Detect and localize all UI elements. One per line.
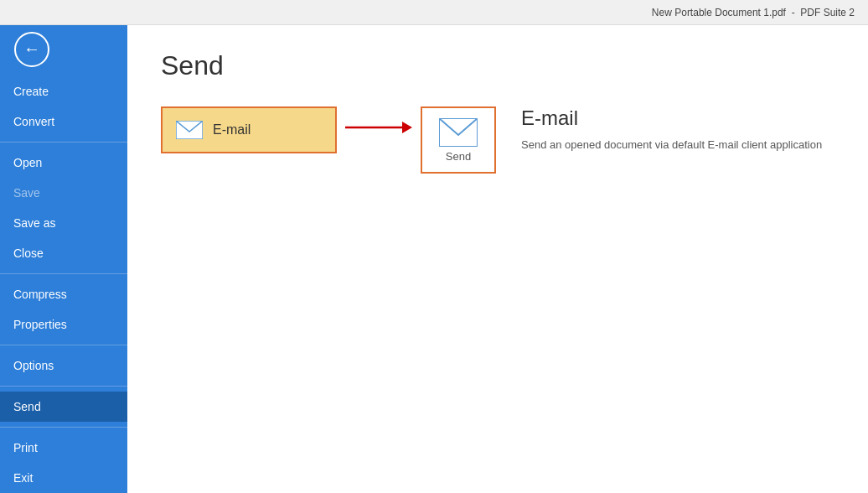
sidebar-nav: Create Convert Open Save Save as Close C… [0, 76, 127, 493]
divider-4 [0, 386, 127, 387]
divider-2 [0, 273, 127, 274]
title-bar-text: New Portable Document 1.pdf - PDF Suite … [652, 7, 855, 18]
description-panel: E-mail Send an opened document via defau… [521, 106, 822, 153]
email-small-icon [176, 121, 203, 139]
sidebar-item-save: Save [0, 178, 127, 208]
back-icon: ← [14, 32, 49, 67]
email-option-button[interactable]: E-mail [161, 106, 337, 153]
divider-3 [0, 345, 127, 345]
separator: - [792, 7, 795, 18]
content-area: Send E-mail [127, 25, 868, 493]
desc-text: Send an opened document via default E-ma… [521, 137, 822, 153]
sidebar-item-close[interactable]: Close [0, 238, 127, 268]
sidebar: ← Create Convert Open Save Save as Close… [0, 25, 127, 493]
send-envelope-icon [439, 118, 478, 147]
send-icon-box[interactable]: Send [421, 106, 496, 174]
send-options: E-mail Send [161, 106, 834, 174]
app-name-text: PDF Suite 2 [800, 7, 855, 18]
svg-marker-2 [402, 122, 412, 133]
main-layout: ← Create Convert Open Save Save as Close… [0, 25, 868, 493]
sidebar-item-open[interactable]: Open [0, 148, 127, 178]
back-button[interactable]: ← [7, 30, 57, 68]
send-icon-label: Send [446, 150, 471, 163]
sidebar-item-create[interactable]: Create [0, 76, 127, 106]
sidebar-item-print[interactable]: Print [0, 433, 127, 463]
title-bar: New Portable Document 1.pdf - PDF Suite … [0, 0, 868, 25]
email-option-label: E-mail [213, 122, 251, 138]
red-arrow-icon [345, 115, 412, 140]
sidebar-item-exit[interactable]: Exit [0, 463, 127, 493]
divider-5 [0, 427, 127, 428]
sidebar-item-convert[interactable]: Convert [0, 106, 127, 137]
sidebar-item-compress[interactable]: Compress [0, 279, 127, 309]
sidebar-item-save-as[interactable]: Save as [0, 208, 127, 238]
filename-text: New Portable Document 1.pdf [652, 7, 786, 18]
page-title: Send [161, 50, 834, 81]
sidebar-item-options[interactable]: Options [0, 350, 127, 381]
sidebar-item-properties[interactable]: Properties [0, 309, 127, 340]
desc-title: E-mail [521, 106, 822, 130]
arrow-container [345, 115, 412, 140]
sidebar-item-send[interactable]: Send [0, 392, 127, 422]
divider-1 [0, 142, 127, 143]
